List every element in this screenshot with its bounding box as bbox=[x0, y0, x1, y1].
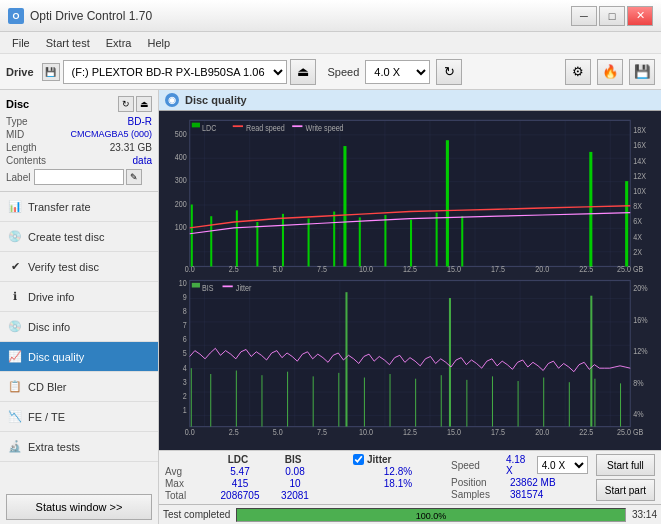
svg-rect-37 bbox=[256, 222, 258, 266]
app-title: Opti Drive Control 1.70 bbox=[30, 9, 152, 23]
nav-fe-te-label: FE / TE bbox=[28, 411, 65, 423]
start-part-button[interactable]: Start part bbox=[596, 479, 655, 501]
nav-create-test-disc-label: Create test disc bbox=[28, 231, 104, 243]
svg-text:1: 1 bbox=[183, 405, 187, 415]
nav-disc-quality[interactable]: 📈 Disc quality bbox=[0, 342, 158, 372]
close-button[interactable]: ✕ bbox=[627, 6, 653, 26]
speed-stat-select[interactable]: 4.0 X bbox=[537, 456, 588, 474]
drive-info-icon: ℹ bbox=[8, 290, 22, 304]
nav-create-test-disc[interactable]: 💿 Create test disc bbox=[0, 222, 158, 252]
svg-rect-87 bbox=[569, 382, 570, 426]
nav-verify-test-disc-label: Verify test disc bbox=[28, 261, 99, 273]
bottom-bar: Test completed 100.0% 33:14 bbox=[159, 504, 661, 524]
svg-text:16X: 16X bbox=[633, 141, 646, 151]
svg-text:7.5: 7.5 bbox=[317, 427, 327, 437]
svg-text:7.5: 7.5 bbox=[317, 265, 327, 275]
svg-text:20.0: 20.0 bbox=[535, 427, 549, 437]
svg-rect-53 bbox=[192, 283, 200, 288]
start-full-button[interactable]: Start full bbox=[596, 454, 655, 476]
svg-text:8%: 8% bbox=[633, 378, 644, 388]
disc-eject-btn[interactable]: ⏏ bbox=[136, 96, 152, 112]
speed-select[interactable]: 4.0 X bbox=[365, 60, 430, 84]
svg-text:4: 4 bbox=[183, 363, 188, 373]
svg-rect-42 bbox=[384, 215, 386, 266]
settings-button[interactable]: ⚙ bbox=[565, 59, 591, 85]
label-edit-btn[interactable]: ✎ bbox=[126, 169, 142, 185]
nav-disc-info-label: Disc info bbox=[28, 321, 70, 333]
nav-cd-bler[interactable]: 📋 CD Bler bbox=[0, 372, 158, 402]
toolbar: Drive 💾 (F:) PLEXTOR BD-R PX-LB950SA 1.0… bbox=[0, 54, 661, 90]
nav-fe-te[interactable]: 📉 FE / TE bbox=[0, 402, 158, 432]
svg-text:25.0 GB: 25.0 GB bbox=[617, 427, 643, 437]
svg-text:4X: 4X bbox=[633, 232, 642, 242]
svg-text:Read speed: Read speed bbox=[246, 123, 285, 133]
svg-rect-73 bbox=[210, 374, 211, 427]
svg-text:20%: 20% bbox=[633, 284, 647, 294]
label-input[interactable] bbox=[34, 169, 124, 185]
nav-verify-test-disc[interactable]: ✔ Verify test disc bbox=[0, 252, 158, 282]
nav-cd-bler-label: CD Bler bbox=[28, 381, 67, 393]
verify-test-disc-icon: ✔ bbox=[8, 260, 22, 274]
svg-rect-35 bbox=[210, 216, 212, 266]
menu-bar: File Start test Extra Help bbox=[0, 32, 661, 54]
nav-drive-info[interactable]: ℹ Drive info bbox=[0, 282, 158, 312]
menu-file[interactable]: File bbox=[4, 35, 38, 51]
contents-value: data bbox=[133, 155, 152, 166]
svg-text:8X: 8X bbox=[633, 202, 642, 212]
contents-label: Contents bbox=[6, 155, 46, 166]
drive-select[interactable]: (F:) PLEXTOR BD-R PX-LB950SA 1.06 bbox=[63, 60, 287, 84]
menu-help[interactable]: Help bbox=[139, 35, 178, 51]
svg-rect-47 bbox=[446, 140, 449, 266]
avg-jitter: 12.8% bbox=[353, 466, 443, 477]
title-bar: O Opti Drive Control 1.70 ─ □ ✕ bbox=[0, 0, 661, 32]
svg-text:6: 6 bbox=[183, 335, 187, 345]
svg-text:7: 7 bbox=[183, 321, 187, 331]
speed-stat-label: Speed bbox=[451, 460, 502, 471]
nav-transfer-rate[interactable]: 📊 Transfer rate bbox=[0, 192, 158, 222]
svg-text:5: 5 bbox=[183, 349, 187, 359]
refresh-button[interactable]: ↻ bbox=[436, 59, 462, 85]
nav-items: 📊 Transfer rate 💿 Create test disc ✔ Ver… bbox=[0, 192, 158, 490]
disc-panel: Disc ↻ ⏏ Type BD-R MID CMCMAGBA5 (000) L… bbox=[0, 90, 158, 192]
nav-disc-quality-label: Disc quality bbox=[28, 351, 84, 363]
svg-text:300: 300 bbox=[175, 176, 187, 186]
svg-text:100: 100 bbox=[175, 223, 187, 233]
svg-rect-38 bbox=[282, 214, 284, 267]
nav-disc-info[interactable]: 💿 Disc info bbox=[0, 312, 158, 342]
maximize-button[interactable]: □ bbox=[599, 6, 625, 26]
cd-bler-icon: 📋 bbox=[8, 380, 22, 394]
disc-refresh-btn[interactable]: ↻ bbox=[118, 96, 134, 112]
burn-button[interactable]: 🔥 bbox=[597, 59, 623, 85]
save-button[interactable]: 💾 bbox=[629, 59, 655, 85]
total-ldc: 2086705 bbox=[215, 490, 265, 501]
eject-button[interactable]: ⏏ bbox=[290, 59, 316, 85]
menu-extra[interactable]: Extra bbox=[98, 35, 140, 51]
max-bis: 10 bbox=[275, 478, 315, 489]
avg-ldc: 5.47 bbox=[215, 466, 265, 477]
status-window-button[interactable]: Status window >> bbox=[6, 494, 152, 520]
svg-rect-40 bbox=[333, 212, 335, 267]
menu-start-test[interactable]: Start test bbox=[38, 35, 98, 51]
speed-label: Speed bbox=[328, 66, 360, 78]
samples-val: 381574 bbox=[510, 489, 543, 500]
minimize-button[interactable]: ─ bbox=[571, 6, 597, 26]
svg-text:2: 2 bbox=[183, 391, 187, 401]
disc-quality-icon: 📈 bbox=[8, 350, 22, 364]
sidebar: Disc ↻ ⏏ Type BD-R MID CMCMAGBA5 (000) L… bbox=[0, 90, 159, 524]
svg-text:10.0: 10.0 bbox=[359, 427, 373, 437]
svg-text:Jitter: Jitter bbox=[236, 284, 252, 294]
svg-text:0.0: 0.0 bbox=[185, 427, 195, 437]
svg-rect-46 bbox=[343, 146, 346, 266]
total-bis: 32081 bbox=[275, 490, 315, 501]
svg-rect-84 bbox=[492, 376, 493, 426]
chart-title: Disc quality bbox=[185, 94, 247, 106]
svg-rect-89 bbox=[620, 383, 621, 426]
jitter-checkbox[interactable] bbox=[353, 454, 364, 465]
svg-text:12.5: 12.5 bbox=[403, 427, 417, 437]
content-area: ◉ Disc quality L bbox=[159, 90, 661, 524]
progress-label: Test completed bbox=[163, 509, 230, 520]
svg-rect-3 bbox=[192, 123, 200, 128]
nav-extra-tests[interactable]: 🔬 Extra tests bbox=[0, 432, 158, 462]
app-icon: O bbox=[8, 8, 24, 24]
svg-rect-72 bbox=[191, 368, 192, 426]
